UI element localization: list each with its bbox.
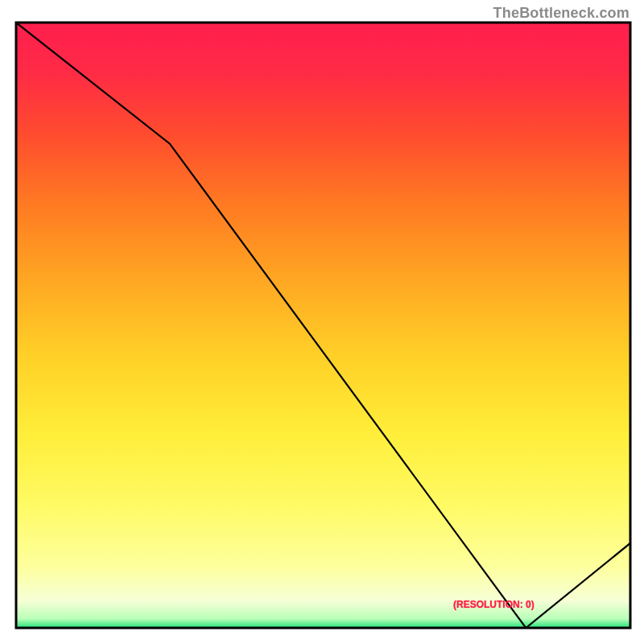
gradient-background (16, 23, 630, 628)
chart-stage: TheBottleneck.com (RESOLUTION: 0) (0, 0, 644, 644)
chart-svg (0, 0, 644, 644)
resolution-annotation: (RESOLUTION: 0) (453, 599, 535, 610)
